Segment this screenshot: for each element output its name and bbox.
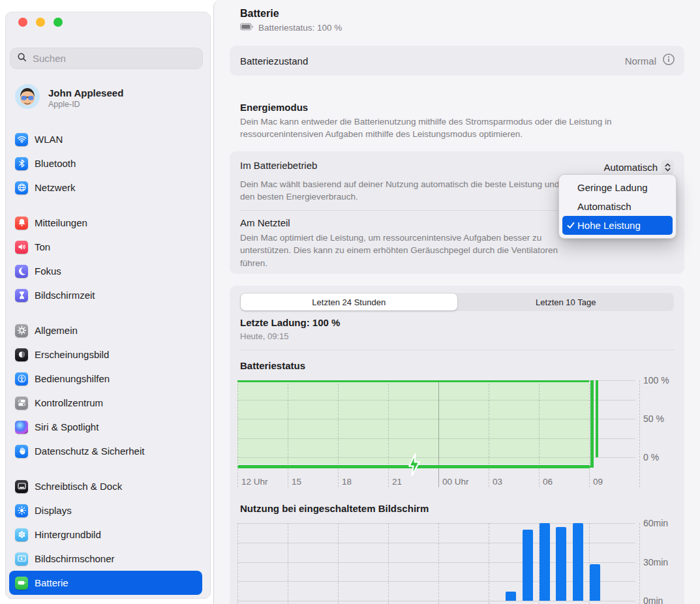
menu-item-high-power[interactable]: Hohe Leistung bbox=[562, 216, 673, 235]
close-button[interactable] bbox=[18, 18, 27, 27]
gridline-vertical bbox=[639, 523, 640, 604]
sidebar-item-hintergrundbild[interactable]: Hintergrundbild bbox=[9, 522, 202, 547]
sidebar-item-label: Fokus bbox=[35, 265, 61, 277]
gridline-vertical bbox=[338, 380, 339, 487]
gridline-vertical bbox=[639, 380, 640, 487]
battery-level-line bbox=[237, 380, 589, 382]
usage-bar bbox=[523, 530, 533, 601]
usage-bar bbox=[540, 523, 550, 601]
system-settings-window: John Appleseed Apple-ID WLANBluetoothNet… bbox=[0, 0, 700, 604]
sidebar-item-wlan[interactable]: WLAN bbox=[9, 127, 202, 151]
flower-icon bbox=[15, 528, 28, 541]
battery-health-label: Batteriezustand bbox=[240, 55, 308, 67]
sidebar-group-gap bbox=[6, 200, 210, 211]
sidebar-item-label: Bildschirmschoner bbox=[35, 553, 115, 564]
sidebar-item-batterie[interactable]: Batterie bbox=[9, 571, 202, 595]
time-range-segmented-control: Letzten 24 Stunden Letzten 10 Tage bbox=[240, 293, 674, 311]
sidebar-item-datenschutz-sicherheit[interactable]: Datenschutz & Sicherheit bbox=[9, 439, 202, 463]
y-axis-label: 30min bbox=[643, 557, 668, 567]
menu-item-low-power[interactable]: Geringe Ladung bbox=[562, 178, 673, 197]
sidebar-item-label: Batterie bbox=[35, 577, 68, 588]
sidebar-item-schreibtisch-dock[interactable]: Schreibtisch & Dock bbox=[9, 474, 202, 498]
gridline-vertical bbox=[539, 380, 540, 487]
info-icon[interactable] bbox=[662, 53, 675, 68]
sidebar-item-mitteilungen[interactable]: Mitteilungen bbox=[9, 211, 202, 235]
now-marker bbox=[590, 380, 594, 468]
y-axis-label: 0min bbox=[643, 596, 663, 604]
sidebar-item-bildschirmzeit[interactable]: Bildschirmzeit bbox=[9, 283, 202, 307]
sidebar-item-label: Ton bbox=[35, 241, 50, 252]
search-icon bbox=[17, 52, 27, 65]
battery-pane: Batterie Batteriestatus: 100 % Batteriez… bbox=[213, 0, 700, 604]
search-input[interactable] bbox=[31, 52, 196, 65]
battery-status-line: Batteriestatus: 100 % bbox=[240, 23, 342, 33]
gridline-vertical bbox=[589, 380, 590, 487]
gridline-vertical bbox=[489, 523, 489, 604]
sidebar-item-allgemein[interactable]: Allgemein bbox=[9, 318, 202, 342]
page-title: Batterie bbox=[240, 8, 279, 20]
sidebar-item-siri-spotlight[interactable]: Siri & Spotlight bbox=[9, 415, 202, 439]
gridline-horizontal bbox=[237, 601, 635, 601]
tab-last-10-days[interactable]: Letzten 10 Tage bbox=[458, 293, 675, 311]
gridline-vertical bbox=[438, 523, 439, 604]
zoom-button[interactable] bbox=[53, 18, 63, 27]
gridline-vertical bbox=[237, 523, 238, 604]
minimize-button[interactable] bbox=[36, 18, 45, 27]
checkmark-icon bbox=[567, 222, 577, 229]
divider bbox=[240, 350, 674, 350]
x-axis-label: 03 bbox=[493, 477, 502, 487]
gridline-vertical bbox=[288, 523, 288, 604]
screen-usage-chart-title: Nutzung bei eingeschaltetem Bildschirm bbox=[240, 503, 429, 514]
battery-level-chart-title: Batteriestatus bbox=[240, 360, 305, 371]
menu-item-automatic[interactable]: Automatisch bbox=[562, 197, 673, 216]
bluetooth-icon bbox=[15, 157, 28, 170]
energy-mode-title: Energiemodus bbox=[240, 102, 308, 113]
gridline-vertical bbox=[388, 380, 389, 487]
x-axis-label: 12 Uhr bbox=[241, 477, 268, 487]
y-axis-label: 0 % bbox=[643, 452, 659, 462]
account-name: John Appleseed bbox=[48, 87, 123, 98]
gridline-vertical bbox=[237, 380, 238, 487]
gridline-horizontal bbox=[237, 400, 635, 400]
sidebar-item-label: Schreibtisch & Dock bbox=[35, 481, 122, 492]
sidebar-item-netzwerk[interactable]: Netzwerk bbox=[9, 175, 202, 200]
gridline-horizontal bbox=[237, 457, 635, 458]
sidebar-item-bedienungshilfen[interactable]: Bedienungshilfen bbox=[9, 367, 202, 391]
moon-icon bbox=[15, 265, 28, 278]
sidebar-item-ton[interactable]: Ton bbox=[9, 235, 202, 259]
sidebar-item-label: Mitteilungen bbox=[35, 217, 87, 228]
screensaver-icon bbox=[15, 552, 28, 566]
sidebar-item-erscheinungsbild[interactable]: Erscheinungsbild bbox=[9, 342, 202, 367]
sidebar-group-gap bbox=[6, 463, 210, 474]
energy-mode-popup-menu: Geringe Ladung Automatisch Hohe Leistung bbox=[558, 174, 677, 239]
chevron-up-down-icon bbox=[662, 160, 674, 175]
desktop-dock-icon bbox=[15, 480, 28, 493]
last-charge-title: Letzte Ladung: 100 % bbox=[240, 317, 340, 328]
sidebar-item-bildschirmschoner[interactable]: Bildschirmschoner bbox=[9, 547, 202, 571]
sidebar-group-gap bbox=[6, 307, 210, 318]
sidebar-item-kontrollzentrum[interactable]: Kontrollzentrum bbox=[9, 391, 202, 415]
siri-icon bbox=[15, 421, 28, 434]
x-axis-label: 21 bbox=[392, 477, 402, 487]
tab-last-24-hours[interactable]: Letzten 24 Stunden bbox=[241, 294, 457, 310]
on-battery-popup-button[interactable]: Automatisch bbox=[603, 160, 674, 175]
charging-bolt-icon bbox=[406, 453, 422, 479]
control-center-icon bbox=[15, 397, 28, 410]
on-battery-popup-value: Automatisch bbox=[603, 162, 658, 173]
battery-status-icon bbox=[240, 23, 254, 33]
sidebar-item-fokus[interactable]: Fokus bbox=[9, 259, 202, 283]
screen-usage-chart: 60min30min0min bbox=[237, 523, 694, 604]
sidebar: John Appleseed Apple-ID WLANBluetoothNet… bbox=[5, 12, 211, 599]
gridline-vertical bbox=[338, 523, 339, 604]
gridline-horizontal bbox=[237, 438, 635, 439]
x-axis-label: 18 bbox=[342, 477, 352, 487]
sidebar-item-displays[interactable]: Displays bbox=[9, 498, 202, 522]
x-axis-label: 09 bbox=[593, 477, 603, 487]
apple-id-account[interactable]: John Appleseed Apple-ID bbox=[11, 79, 205, 117]
energy-mode-description: Dein Mac kann entweder die Batterienutzu… bbox=[240, 115, 690, 140]
gridline-vertical bbox=[489, 380, 489, 487]
sidebar-item-bluetooth[interactable]: Bluetooth bbox=[9, 151, 202, 175]
battery-status-text: Batteriestatus: 100 % bbox=[258, 23, 342, 33]
search-field[interactable] bbox=[10, 48, 203, 69]
y-axis-label: 100 % bbox=[643, 375, 669, 385]
